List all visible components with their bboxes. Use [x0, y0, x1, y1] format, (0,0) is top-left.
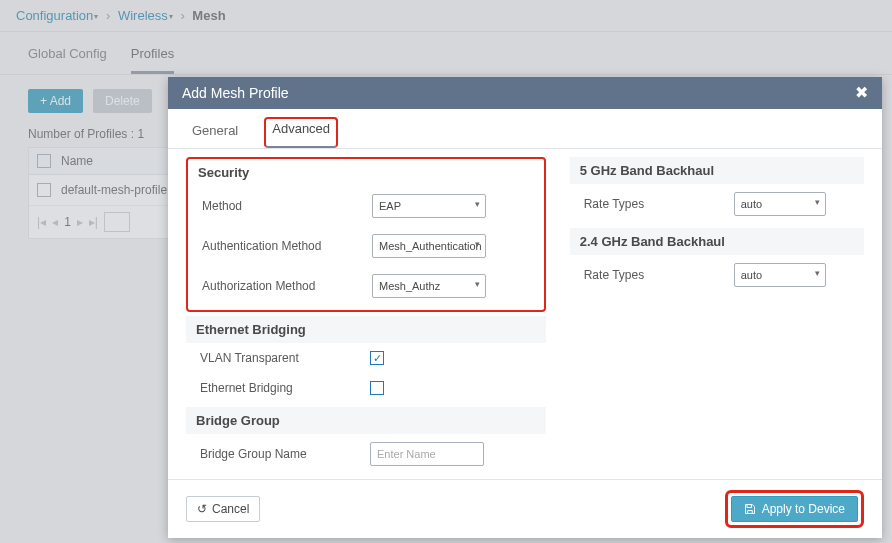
label-method: Method [202, 199, 372, 213]
select-authz-method[interactable]: Mesh_Authz [372, 274, 486, 298]
modal-body: Security Method EAP Authentication Metho… [168, 149, 882, 479]
row-authn-method: Authentication Method Mesh_Authenticatio… [188, 226, 544, 266]
save-icon [744, 503, 756, 515]
select-authz-value: Mesh_Authz [379, 280, 440, 292]
row-vlan-transparent: VLAN Transparent ✓ [186, 343, 546, 373]
label-bridge-group-name: Bridge Group Name [200, 447, 370, 461]
select-authn-value: Mesh_Authentication [379, 240, 482, 252]
band24-title: 2.4 GHz Band Backhaul [570, 228, 864, 255]
band5-title: 5 GHz Band Backhaul [570, 157, 864, 184]
input-bridge-group-name[interactable] [370, 442, 484, 466]
select-band5-value: auto [741, 198, 762, 210]
modal-header: Add Mesh Profile ✖ [168, 77, 882, 109]
row-ethernet-bridging: Ethernet Bridging [186, 373, 546, 403]
security-section: Security Method EAP Authentication Metho… [186, 157, 546, 312]
row-authz-method: Authorization Method Mesh_Authz [188, 266, 544, 306]
label-band24-rate-types: Rate Types [584, 268, 734, 282]
checkbox-ethernet-bridging[interactable] [370, 381, 384, 395]
select-authn-method[interactable]: Mesh_Authentication [372, 234, 486, 258]
band5-section: 5 GHz Band Backhaul Rate Types auto [570, 157, 864, 224]
row-band5-rate-types: Rate Types auto [570, 184, 864, 224]
cancel-button[interactable]: ↺ Cancel [186, 496, 260, 522]
apply-to-device-button[interactable]: Apply to Device [731, 496, 858, 522]
select-band24-value: auto [741, 269, 762, 281]
select-method-value: EAP [379, 200, 401, 212]
checkbox-vlan-transparent[interactable]: ✓ [370, 351, 384, 365]
ethernet-bridging-title: Ethernet Bridging [186, 316, 546, 343]
add-mesh-profile-modal: Add Mesh Profile ✖ General Advanced Secu… [168, 77, 882, 538]
ethernet-bridging-section: Ethernet Bridging VLAN Transparent ✓ Eth… [186, 316, 546, 403]
label-authz-method: Authorization Method [202, 279, 372, 293]
security-title: Security [188, 159, 544, 186]
col-right: 5 GHz Band Backhaul Rate Types auto 2.4 … [570, 153, 864, 479]
label-band5-rate-types: Rate Types [584, 197, 734, 211]
undo-icon: ↺ [197, 502, 207, 516]
label-ethernet-bridging: Ethernet Bridging [200, 381, 370, 395]
tab-advanced[interactable]: Advanced [264, 117, 338, 148]
row-method: Method EAP [188, 186, 544, 226]
select-method[interactable]: EAP [372, 194, 486, 218]
apply-highlight: Apply to Device [725, 490, 864, 528]
apply-label: Apply to Device [762, 502, 845, 516]
col-left: Security Method EAP Authentication Metho… [186, 153, 546, 479]
band24-section: 2.4 GHz Band Backhaul Rate Types auto [570, 228, 864, 295]
close-icon[interactable]: ✖ [855, 85, 868, 101]
cancel-label: Cancel [212, 502, 249, 516]
bridge-group-title: Bridge Group [186, 407, 546, 434]
label-vlan-transparent: VLAN Transparent [200, 351, 370, 365]
row-bridge-group-name: Bridge Group Name [186, 434, 546, 474]
select-band24-rate-types[interactable]: auto [734, 263, 826, 287]
label-authn-method: Authentication Method [202, 239, 372, 253]
modal-footer: ↺ Cancel Apply to Device [168, 479, 882, 538]
tab-general[interactable]: General [186, 119, 244, 148]
modal-tabs: General Advanced [168, 109, 882, 149]
select-band5-rate-types[interactable]: auto [734, 192, 826, 216]
modal-title: Add Mesh Profile [182, 85, 289, 101]
row-band24-rate-types: Rate Types auto [570, 255, 864, 295]
bridge-group-section: Bridge Group Bridge Group Name Strict Ma… [186, 407, 546, 479]
